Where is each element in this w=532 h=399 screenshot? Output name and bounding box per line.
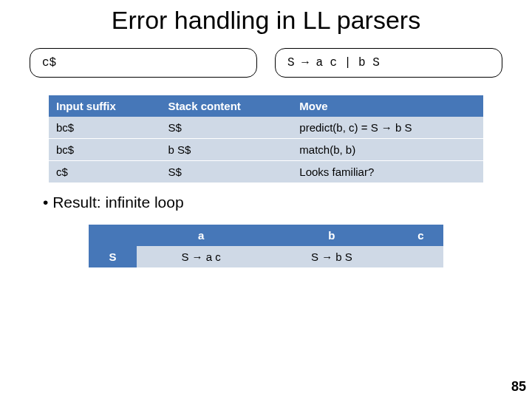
table-row: c$ S$ Looks familiar? (49, 161, 483, 183)
cell: S$ (161, 117, 293, 139)
col-a: a (137, 225, 265, 246)
cell: bc$ (49, 139, 161, 161)
cell: bc$ (49, 117, 161, 139)
col-input-suffix: Input suffix (49, 95, 161, 117)
table-row: bc$ b S$ match(b, b) (49, 139, 483, 161)
table-header-row: a b c (89, 225, 443, 246)
cell: match(b, b) (292, 139, 483, 161)
input-pill: c$ (30, 48, 257, 78)
cell: b S$ (161, 139, 293, 161)
table-header-row: Input suffix Stack content Move (49, 95, 483, 117)
cell: S → b S (265, 246, 398, 267)
cell: predict(b, c) = S → b S (292, 117, 483, 139)
grammar-pill: S → a c | b S (275, 48, 502, 78)
cell: c$ (49, 161, 161, 183)
row-head-S: S (89, 246, 137, 267)
result-bullet: • Result: infinite loop (43, 194, 489, 211)
corner-cell (89, 225, 137, 246)
col-b: b (265, 225, 398, 246)
trace-table: Input suffix Stack content Move bc$ S$ p… (49, 95, 483, 183)
col-move: Move (292, 95, 483, 117)
page-number: 85 (511, 379, 526, 395)
cell: S$ (161, 161, 293, 183)
cell: S → a c (137, 246, 265, 267)
col-c: c (398, 225, 443, 246)
cell (398, 246, 443, 267)
top-pill-row: c$ S → a c | b S (0, 48, 532, 78)
col-stack-content: Stack content (161, 95, 293, 117)
table-row: bc$ S$ predict(b, c) = S → b S (49, 117, 483, 139)
table-row: S S → a c S → b S (89, 246, 443, 267)
predict-table: a b c S S → a c S → b S (89, 225, 443, 267)
page-title: Error handling in LL parsers (0, 6, 532, 35)
cell: Looks familiar? (292, 161, 483, 183)
